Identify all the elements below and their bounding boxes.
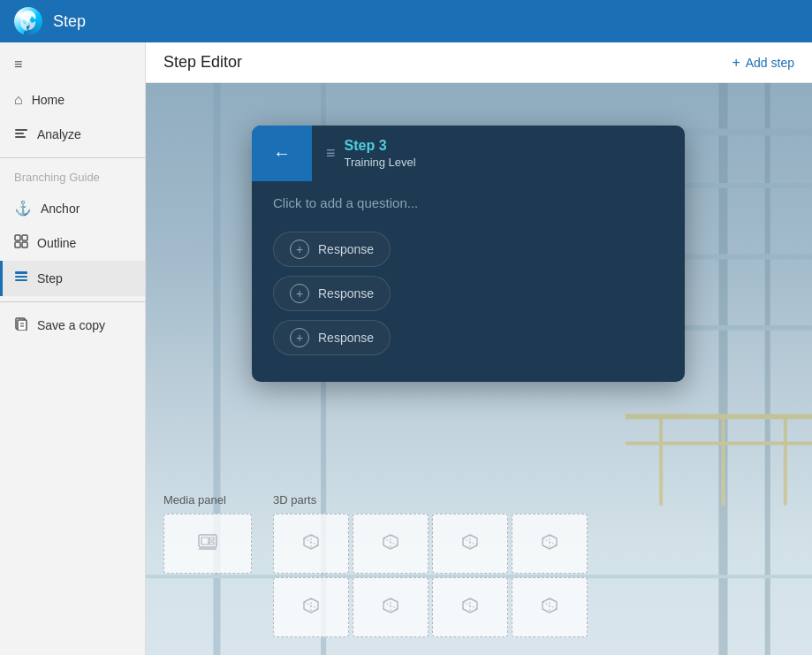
canvas-area: ← ≡ Step 3 Training Level Click to add a… bbox=[146, 83, 812, 655]
media-panel-cell[interactable] bbox=[163, 514, 252, 574]
sidebar-item-analyze[interactable]: Analyze bbox=[0, 117, 145, 152]
menu-icon[interactable]: ≡ bbox=[0, 50, 145, 83]
page-title: Step Editor bbox=[163, 53, 242, 72]
media-panel-cell-container bbox=[163, 514, 252, 574]
svg-rect-30 bbox=[209, 537, 214, 540]
svg-rect-2 bbox=[15, 136, 26, 138]
app-logo bbox=[14, 7, 42, 35]
step-card-body: Click to add a question... + Response + … bbox=[252, 181, 685, 382]
part-icon-4 bbox=[540, 532, 559, 556]
step-card-back-button[interactable]: ← bbox=[252, 126, 312, 181]
part-icon-5 bbox=[301, 596, 321, 620]
svg-rect-11 bbox=[18, 320, 27, 331]
response-label-2: Response bbox=[318, 286, 374, 301]
sidebar-item-anchor[interactable]: ⚓ Anchor bbox=[0, 191, 145, 225]
sidebar-item-home-label: Home bbox=[32, 93, 65, 107]
part-icon-7 bbox=[460, 596, 480, 620]
back-arrow-icon: ← bbox=[273, 143, 291, 164]
media-panel-label: Media panel bbox=[163, 493, 252, 506]
part-cell-6[interactable] bbox=[353, 577, 429, 637]
outline-icon bbox=[14, 234, 28, 252]
part-cell-8[interactable] bbox=[512, 577, 588, 637]
part-icon-1 bbox=[301, 532, 321, 556]
svg-rect-3 bbox=[15, 235, 20, 240]
parts-row-2 bbox=[273, 577, 588, 637]
response-button-1[interactable]: + Response bbox=[273, 232, 391, 267]
parts-panel-label: 3D parts bbox=[273, 493, 588, 506]
response-label-1: Response bbox=[318, 242, 374, 256]
media-cell-icon bbox=[197, 531, 218, 557]
response-plus-icon-1: + bbox=[290, 240, 309, 259]
sidebar-item-branching-guide: Branching Guide bbox=[0, 164, 145, 191]
topbar: Step bbox=[0, 0, 812, 42]
step-card-title-row: ≡ Step 3 Training Level bbox=[312, 126, 430, 181]
svg-rect-4 bbox=[22, 235, 27, 240]
parts-row-1 bbox=[273, 514, 588, 574]
svg-rect-31 bbox=[209, 542, 214, 545]
parts-grid bbox=[273, 514, 588, 637]
sidebar-divider-1 bbox=[0, 157, 145, 158]
svg-rect-5 bbox=[15, 242, 20, 248]
sidebar-item-outline-label: Outline bbox=[37, 236, 76, 250]
content-area: Step Editor + Add step bbox=[146, 42, 812, 655]
svg-rect-0 bbox=[15, 129, 27, 131]
app-title: Step bbox=[53, 12, 86, 31]
svg-rect-8 bbox=[15, 276, 27, 278]
step-card: ← ≡ Step 3 Training Level Click to add a… bbox=[252, 126, 685, 382]
response-list: + Response + Response + Response bbox=[273, 232, 664, 355]
anchor-icon: ⚓ bbox=[14, 200, 32, 217]
step-question-field[interactable]: Click to add a question... bbox=[273, 195, 664, 210]
parts-panel-section: 3D parts bbox=[273, 493, 588, 637]
sidebar-item-analyze-label: Analyze bbox=[37, 127, 81, 141]
sidebar-item-save-copy-label: Save a copy bbox=[37, 318, 105, 332]
part-icon-8 bbox=[540, 596, 559, 620]
part-icon-2 bbox=[381, 532, 400, 556]
sidebar: ≡ ⌂ Home Analyze Branching Guide ⚓ Ancho… bbox=[0, 42, 146, 655]
part-icon-6 bbox=[381, 596, 400, 620]
home-icon: ⌂ bbox=[14, 92, 23, 108]
response-plus-icon-2: + bbox=[290, 284, 309, 303]
response-plus-icon-3: + bbox=[290, 328, 309, 347]
save-copy-icon bbox=[14, 316, 28, 334]
part-cell-7[interactable] bbox=[432, 577, 508, 637]
main-layout: ≡ ⌂ Home Analyze Branching Guide ⚓ Ancho… bbox=[0, 42, 812, 655]
response-button-3[interactable]: + Response bbox=[273, 320, 391, 355]
bottom-panels: Media panel bbox=[146, 479, 812, 655]
svg-rect-29 bbox=[201, 537, 209, 545]
svg-rect-9 bbox=[15, 279, 27, 281]
part-cell-3[interactable] bbox=[432, 514, 508, 574]
sidebar-item-save-copy[interactable]: Save a copy bbox=[0, 308, 145, 343]
analyze-icon bbox=[14, 126, 28, 143]
part-icon-3 bbox=[460, 532, 480, 556]
add-step-label: Add step bbox=[746, 56, 794, 70]
response-button-2[interactable]: + Response bbox=[273, 276, 391, 311]
sidebar-item-step-label: Step bbox=[37, 271, 63, 286]
svg-rect-1 bbox=[15, 133, 24, 134]
svg-rect-7 bbox=[15, 271, 27, 274]
step-title-area: Step 3 Training Level bbox=[345, 138, 416, 169]
svg-rect-6 bbox=[22, 242, 27, 248]
step-icon bbox=[14, 270, 28, 287]
add-step-plus-icon: + bbox=[732, 55, 740, 71]
add-step-button[interactable]: + Add step bbox=[732, 55, 794, 71]
sidebar-item-home[interactable]: ⌂ Home bbox=[0, 83, 145, 117]
part-cell-4[interactable] bbox=[512, 514, 588, 574]
sidebar-item-outline[interactable]: Outline bbox=[0, 225, 145, 261]
sidebar-divider-2 bbox=[0, 301, 145, 302]
media-panel-section: Media panel bbox=[163, 493, 252, 637]
step-card-header: ← ≡ Step 3 Training Level bbox=[252, 126, 685, 181]
content-header: Step Editor + Add step bbox=[146, 42, 812, 83]
sidebar-item-step[interactable]: Step bbox=[0, 261, 145, 296]
step-list-icon: ≡ bbox=[326, 144, 336, 163]
response-label-3: Response bbox=[318, 331, 374, 345]
step-number: Step 3 bbox=[345, 138, 416, 154]
sidebar-item-anchor-label: Anchor bbox=[41, 202, 80, 216]
part-cell-1[interactable] bbox=[273, 514, 349, 574]
step-subtitle: Training Level bbox=[345, 156, 416, 169]
part-cell-2[interactable] bbox=[353, 514, 429, 574]
part-cell-5[interactable] bbox=[273, 577, 349, 637]
